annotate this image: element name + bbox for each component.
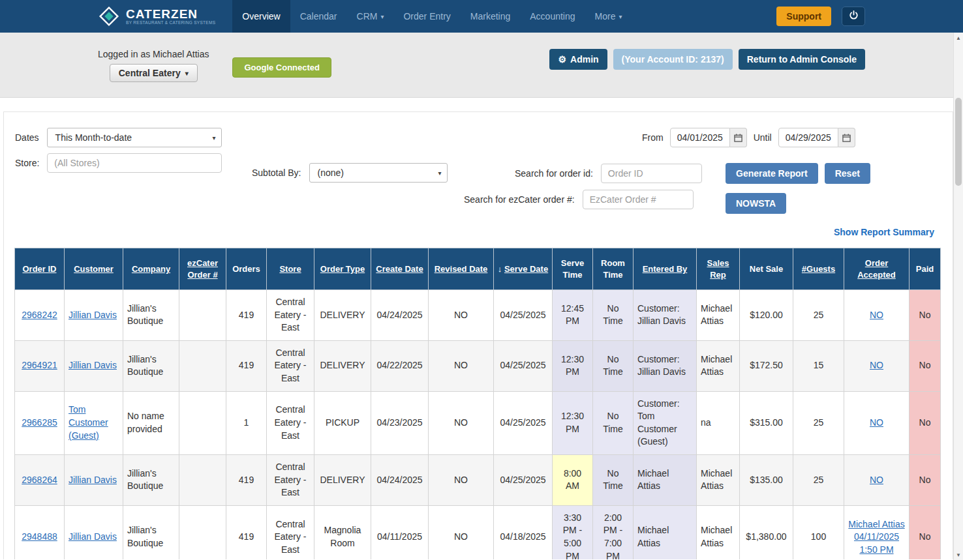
dates-select[interactable]: This Month-to-date ▾ <box>47 128 222 147</box>
column-header-order_type[interactable]: Order Type <box>314 248 371 290</box>
cell-serve_date: 04/25/2025 <box>494 290 553 341</box>
nav-order-entry[interactable]: Order Entry <box>393 0 460 33</box>
cell-orders: 1 <box>226 391 267 454</box>
report-panel: Dates This Month-to-date ▾ From Until <box>3 111 953 559</box>
cell-guests: 25 <box>793 290 844 341</box>
nav-more[interactable]: More▾ <box>585 0 632 33</box>
cell-room_time: No Time <box>593 340 634 391</box>
order_accepted-link[interactable]: NO <box>870 475 883 485</box>
store-filter-input[interactable] <box>47 153 222 173</box>
nowsta-button[interactable]: NOWSTA <box>726 193 786 214</box>
vertical-scrollbar[interactable]: ▲ ▼ <box>953 33 963 560</box>
column-header-store[interactable]: Store <box>267 248 314 290</box>
admin-button[interactable]: ⚙ Admin <box>549 49 607 70</box>
column-header-label: Entered By <box>643 264 688 274</box>
nav-more-label: More <box>595 11 616 22</box>
column-header-ezcater[interactable]: ezCater Order # <box>179 248 226 290</box>
table-row: 2948488Jillian DavisJillian's Boutique41… <box>15 505 941 559</box>
scrollbar-thumb[interactable] <box>955 98 962 186</box>
cell-customer: Tom Customer (Guest) <box>65 391 123 454</box>
order_id-link[interactable]: 2968264 <box>22 475 57 485</box>
cell-serve_time: 8:00 AM <box>553 454 593 505</box>
calendar-icon[interactable] <box>838 128 855 147</box>
customer-link[interactable]: Jillian Davis <box>69 310 117 320</box>
subtotal-by-select[interactable]: (none) ▾ <box>309 163 448 183</box>
cell-revised_date: NO <box>429 505 494 559</box>
cell-serve_date: 04/18/2025 <box>494 505 553 559</box>
nav-marketing[interactable]: Marketing <box>461 0 520 33</box>
column-header-company[interactable]: Company <box>123 248 179 290</box>
support-button[interactable]: Support <box>776 7 831 26</box>
cell-company: Jillian's Boutique <box>123 505 179 559</box>
report-table-body: 2968242Jillian DavisJillian's Boutique41… <box>15 290 941 560</box>
cell-company: Jillian's Boutique <box>123 454 179 505</box>
order_accepted-link[interactable]: NO <box>870 417 883 428</box>
nav-accounting[interactable]: Accounting <box>520 0 585 33</box>
order_id-link[interactable]: 2968242 <box>22 310 57 320</box>
column-header-label: Order Type <box>320 264 365 274</box>
column-header-customer[interactable]: Customer <box>65 248 123 290</box>
column-header-guests[interactable]: #Guests <box>793 248 844 290</box>
customer-link[interactable]: Jillian Davis <box>69 531 117 542</box>
customer-link[interactable]: Jillian Davis <box>69 360 117 370</box>
column-header-sales_rep[interactable]: Sales Rep <box>697 248 740 290</box>
column-header-label: Orders <box>232 264 260 274</box>
cell-order_type: DELIVERY <box>314 454 371 505</box>
order_accepted-link[interactable]: NO <box>870 360 883 370</box>
cell-order_id: 2966285 <box>15 391 65 454</box>
order_id-link[interactable]: 2948488 <box>22 531 57 542</box>
ezcater-search-input[interactable] <box>583 190 694 209</box>
cell-paid: No <box>910 391 941 454</box>
column-header-order_accepted[interactable]: Order Accepted <box>844 248 910 290</box>
order_id-link[interactable]: 2964921 <box>22 360 57 370</box>
dates-select-value: This Month-to-date <box>55 132 132 143</box>
scrollbar-up-arrow-icon[interactable]: ▲ <box>954 33 963 42</box>
cell-room_time: No Time <box>593 391 634 454</box>
column-header-create_date[interactable]: Create Date <box>371 248 429 290</box>
return-admin-console-button[interactable]: Return to Admin Console <box>739 49 865 70</box>
caret-down-icon: ▾ <box>619 13 622 20</box>
customer-link[interactable]: Tom Customer (Guest) <box>69 404 108 440</box>
logout-power-button[interactable] <box>842 7 865 26</box>
scrollbar-down-arrow-icon[interactable]: ▼ <box>954 550 963 559</box>
cell-order_accepted: Michael Attias 04/11/2025 1:50 PM <box>844 505 910 559</box>
nav-calendar[interactable]: Calendar <box>290 0 347 33</box>
cell-net_sale: $172.50 <box>740 340 793 391</box>
column-header-label: Sales Rep <box>707 258 729 280</box>
order_id-link[interactable]: 2966285 <box>22 417 57 428</box>
admin-buttons-group: ⚙ Admin (Your Account ID: 2137) Return t… <box>549 49 865 70</box>
logged-in-text: Logged in as Michael Attias <box>98 49 209 59</box>
nav-overview[interactable]: Overview <box>232 0 290 33</box>
column-header-serve_date[interactable]: ↓ Serve Date <box>494 248 553 290</box>
table-row: 2968242Jillian DavisJillian's Boutique41… <box>15 290 941 341</box>
admin-button-label: Admin <box>570 54 599 65</box>
column-header-serve_time: Serve Time <box>553 248 593 290</box>
nav-marketing-label: Marketing <box>470 11 510 22</box>
cell-sales_rep: Michael Attias <box>697 340 740 391</box>
cell-guests: 25 <box>793 454 844 505</box>
column-header-label: Serve Time <box>561 258 584 280</box>
account-id-button[interactable]: (Your Account ID: 2137) <box>613 49 733 70</box>
generate-report-button[interactable]: Generate Report <box>726 163 818 184</box>
table-row: 2968264Jillian DavisJillian's Boutique41… <box>15 454 941 505</box>
until-date-input[interactable] <box>778 128 838 147</box>
account-subheader: Logged in as Michael Attias Central Eate… <box>0 33 963 98</box>
reset-button[interactable]: Reset <box>825 163 870 184</box>
order_accepted-link[interactable]: Michael Attias 04/11/2025 1:50 PM <box>848 519 904 555</box>
order_accepted-link[interactable]: NO <box>870 310 883 320</box>
column-header-revised_date[interactable]: Revised Date <box>429 248 494 290</box>
customer-link[interactable]: Jillian Davis <box>69 475 117 485</box>
top-navbar: CATERZEN by Restaurant & Catering System… <box>0 0 963 33</box>
nav-crm[interactable]: CRM▾ <box>347 0 394 33</box>
login-info: Logged in as Michael Attias Central Eate… <box>98 49 209 82</box>
cell-net_sale: $315.00 <box>740 391 793 454</box>
caterzen-logo[interactable]: CATERZEN by Restaurant & Catering System… <box>98 0 215 33</box>
store-selector-button[interactable]: Central Eatery ▾ <box>110 64 198 82</box>
show-report-summary-link[interactable]: Show Report Summary <box>834 227 934 237</box>
calendar-icon[interactable] <box>730 128 747 147</box>
column-header-order_id[interactable]: Order ID <box>15 248 65 290</box>
from-date-input[interactable] <box>670 128 730 147</box>
column-header-entered_by[interactable]: Entered By <box>634 248 697 290</box>
order-id-search-input[interactable] <box>601 164 702 183</box>
google-connected-button[interactable]: Google Connected <box>232 57 331 78</box>
